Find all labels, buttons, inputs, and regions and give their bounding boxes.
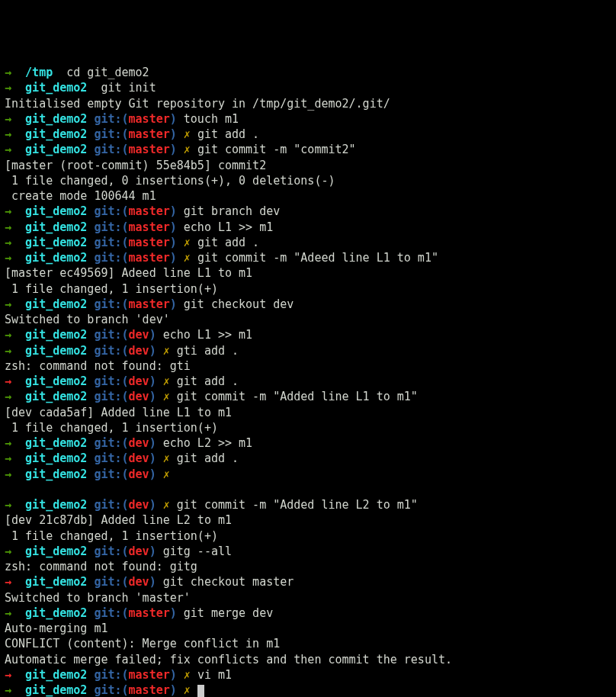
paren: ( [122, 344, 129, 358]
command-text[interactable]: git commit -m "Added line L2 to m1" [177, 498, 418, 512]
git-branch: dev [129, 451, 149, 465]
terminal-line: → git_demo2 git:(master) echo L1 >> m1 [5, 220, 611, 235]
git-branch: dev [129, 390, 149, 403]
prompt-dir: git_demo2 [25, 606, 87, 620]
command-text[interactable]: cd git_demo2 [66, 66, 149, 79]
terminal-line: → git_demo2 git:(master) ✗ git add . [5, 235, 611, 250]
output-text: create mode 100644 m1 [5, 189, 156, 203]
output-text: [master (root-commit) 55e84b5] commit2 [5, 159, 266, 172]
command-text[interactable]: echo L1 >> m1 [163, 328, 252, 342]
command-text[interactable]: git checkout dev [184, 297, 294, 311]
command-text[interactable]: gitg --all [163, 544, 232, 558]
command-text[interactable]: touch m1 [184, 112, 239, 126]
command-text[interactable]: echo L2 >> m1 [163, 436, 252, 450]
paren: ) [170, 236, 177, 249]
command-text[interactable]: git merge dev [184, 606, 273, 620]
terminal-line: zsh: command not found: gti [5, 358, 611, 374]
command-text[interactable]: git commit -m "Added line L1 to m1" [177, 390, 418, 403]
prompt-arrow-icon: → [5, 436, 11, 450]
git-label: git: [94, 467, 121, 481]
terminal-line: → git_demo2 git:(dev) ✗ git add . [5, 451, 611, 466]
terminal[interactable]: → /tmp cd git_demo2→ git_demo2 git initI… [5, 65, 611, 697]
prompt-dir: git_demo2 [25, 328, 87, 342]
prompt-dir: git_demo2 [25, 81, 87, 95]
prompt-dir: git_demo2 [25, 436, 87, 450]
git-branch: dev [129, 436, 149, 450]
terminal-line: → git_demo2 git:(master) touch m1 [5, 111, 611, 127]
prompt-arrow-icon: → [5, 236, 11, 249]
dirty-icon: ✗ [163, 467, 170, 481]
output-text: Switched to branch 'dev' [5, 313, 170, 326]
paren: ( [122, 112, 129, 126]
prompt-arrow-icon: → [5, 451, 11, 465]
git-label: git: [94, 297, 121, 311]
prompt-arrow-icon: → [5, 606, 11, 620]
terminal-line: → git_demo2 git:(dev) ✗ git add . [5, 374, 611, 389]
paren: ) [149, 544, 156, 558]
terminal-line: → git_demo2 git:(dev) ✗ git commit -m "A… [5, 497, 611, 512]
paren: ) [149, 467, 156, 481]
output-text: zsh: command not found: gti [5, 359, 191, 373]
prompt-dir: git_demo2 [25, 143, 87, 156]
terminal-line: 1 file changed, 0 insertions(+), 0 delet… [5, 173, 611, 188]
git-label: git: [94, 204, 121, 218]
command-text[interactable]: git checkout master [163, 575, 294, 589]
paren: ( [122, 436, 129, 450]
paren: ) [170, 683, 177, 697]
output-text: 1 file changed, 1 insertion(+) [5, 421, 218, 435]
command-text[interactable]: gti add . [177, 344, 239, 358]
paren: ) [170, 220, 177, 234]
terminal-line: [dev 21c87db] Added line L2 to m1 [5, 512, 611, 528]
git-branch: master [129, 683, 170, 697]
git-label: git: [94, 606, 121, 620]
prompt-dir: git_demo2 [25, 544, 87, 558]
git-branch: master [129, 143, 170, 156]
prompt-arrow-icon: → [5, 390, 11, 403]
prompt-arrow-icon: → [5, 328, 11, 342]
command-text[interactable]: git commit -m "Adeed line L1 to m1" [197, 251, 438, 265]
paren: ( [122, 390, 129, 403]
terminal-line: create mode 100644 m1 [5, 188, 611, 204]
command-text[interactable]: git add . [177, 451, 239, 465]
paren: ( [122, 683, 129, 697]
command-text[interactable]: git add . [197, 127, 259, 141]
git-branch: master [129, 112, 170, 126]
terminal-line: CONFLICT (content): Merge conflict in m1 [5, 636, 611, 651]
command-text[interactable]: git add . [197, 236, 259, 249]
prompt-arrow-icon: → [5, 127, 11, 141]
prompt-dir: git_demo2 [25, 668, 87, 682]
prompt-dir: git_demo2 [25, 390, 87, 403]
paren: ) [149, 344, 156, 358]
command-text[interactable]: echo L1 >> m1 [184, 220, 273, 234]
terminal-line: → git_demo2 git:(dev) ✗ [5, 467, 611, 482]
dirty-icon: ✗ [163, 498, 170, 512]
command-text[interactable]: git add . [177, 374, 239, 388]
paren: ( [122, 668, 129, 682]
paren: ) [170, 297, 177, 311]
paren: ( [122, 143, 129, 156]
paren: ( [122, 374, 129, 388]
terminal-line: [dev cada5af] Added line L1 to m1 [5, 405, 611, 420]
paren: ) [149, 451, 156, 465]
terminal-line: → git_demo2 git init [5, 80, 611, 95]
prompt-arrow-icon: → [5, 683, 11, 697]
git-branch: master [129, 220, 170, 234]
terminal-line: → git_demo2 git:(master) ✗ git add . [5, 127, 611, 142]
prompt-arrow-icon: → [5, 251, 11, 265]
prompt-arrow-icon: → [5, 668, 11, 682]
command-text[interactable]: git commit -m "commit2" [197, 143, 356, 156]
dirty-icon: ✗ [163, 374, 170, 388]
terminal-line: 1 file changed, 1 insertion(+) [5, 528, 611, 544]
command-text[interactable]: git init [101, 81, 156, 95]
command-text[interactable]: vi m1 [197, 668, 232, 682]
cursor[interactable] [197, 685, 204, 697]
git-branch: master [129, 236, 170, 249]
paren: ( [122, 204, 129, 218]
prompt-dir: git_demo2 [25, 344, 87, 358]
git-label: git: [94, 112, 121, 126]
git-label: git: [94, 575, 121, 589]
command-text[interactable]: git branch dev [184, 204, 280, 218]
output-text: Switched to branch 'master' [5, 591, 191, 605]
prompt-dir: git_demo2 [25, 451, 87, 465]
git-branch: master [129, 204, 170, 218]
